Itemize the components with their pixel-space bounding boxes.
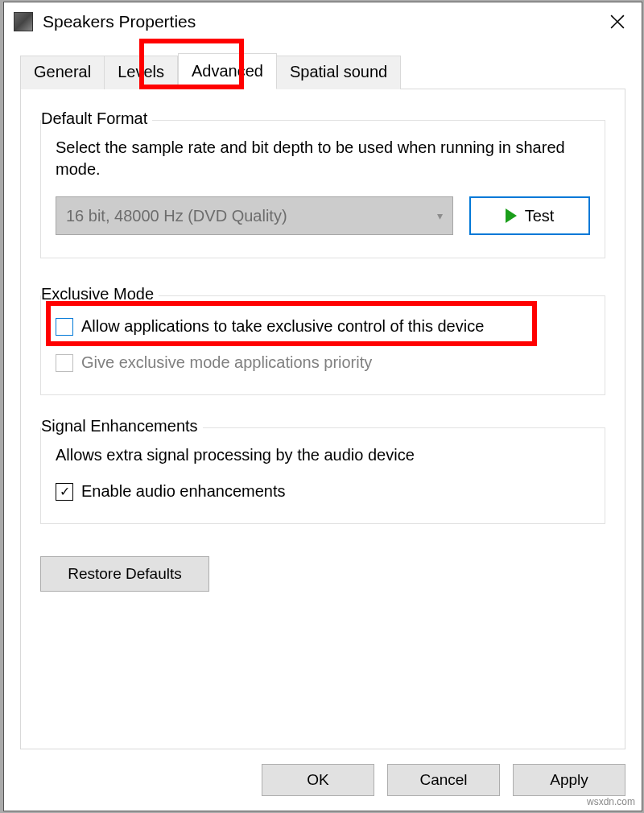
group-label-default-format: Default Format	[41, 109, 152, 128]
chevron-down-icon: ▾	[437, 209, 443, 222]
apply-button[interactable]: Apply	[513, 764, 625, 796]
row-enable-enhancements: ✓ Enable audio enhancements	[56, 482, 590, 501]
speaker-icon	[14, 12, 33, 31]
ok-button[interactable]: OK	[262, 764, 374, 796]
properties-dialog: Speakers Properties General Levels Advan…	[3, 2, 642, 811]
format-selected: 16 bit, 48000 Hz (DVD Quality)	[66, 207, 287, 225]
checkbox-enable-enhancements[interactable]: ✓	[56, 483, 73, 501]
dialog-button-row: OK Cancel Apply	[4, 749, 642, 811]
test-label: Test	[525, 207, 555, 225]
window-title: Speakers Properties	[43, 12, 196, 31]
tab-general[interactable]: General	[20, 56, 105, 89]
tab-strip: General Levels Advanced Spatial sound	[4, 41, 642, 89]
group-exclusive-mode: Exclusive Mode Allow applications to tak…	[40, 295, 605, 395]
restore-defaults-button[interactable]: Restore Defaults	[40, 556, 209, 592]
close-button[interactable]	[593, 2, 642, 41]
label-enable-enhancements: Enable audio enhancements	[81, 482, 286, 501]
group-label-signal: Signal Enhancements	[41, 417, 203, 435]
cancel-button[interactable]: Cancel	[387, 764, 500, 796]
watermark: wsxdn.com	[587, 796, 635, 807]
tab-spatial[interactable]: Spatial sound	[277, 56, 401, 89]
group-default-format: Default Format Select the sample rate an…	[40, 120, 605, 258]
default-format-desc: Select the sample rate and bit depth to …	[56, 137, 590, 180]
row-exclusive-priority: Give exclusive mode applications priorit…	[56, 353, 590, 372]
label-exclusive-priority: Give exclusive mode applications priorit…	[81, 353, 372, 372]
row-allow-exclusive: Allow applications to take exclusive con…	[56, 312, 590, 339]
close-icon	[610, 14, 625, 29]
annotation-highlight-checkbox	[46, 301, 537, 346]
test-button[interactable]: Test	[469, 196, 590, 235]
tab-content: Default Format Select the sample rate an…	[20, 89, 625, 749]
play-icon	[506, 208, 517, 223]
annotation-highlight-tab	[139, 39, 244, 89]
group-signal-enhancements: Signal Enhancements Allows extra signal …	[40, 427, 605, 524]
format-dropdown[interactable]: 16 bit, 48000 Hz (DVD Quality) ▾	[56, 196, 453, 235]
signal-desc: Allows extra signal processing by the au…	[56, 444, 590, 466]
check-icon: ✓	[60, 485, 70, 498]
checkbox-exclusive-priority	[56, 354, 73, 372]
title-bar: Speakers Properties	[4, 2, 642, 41]
